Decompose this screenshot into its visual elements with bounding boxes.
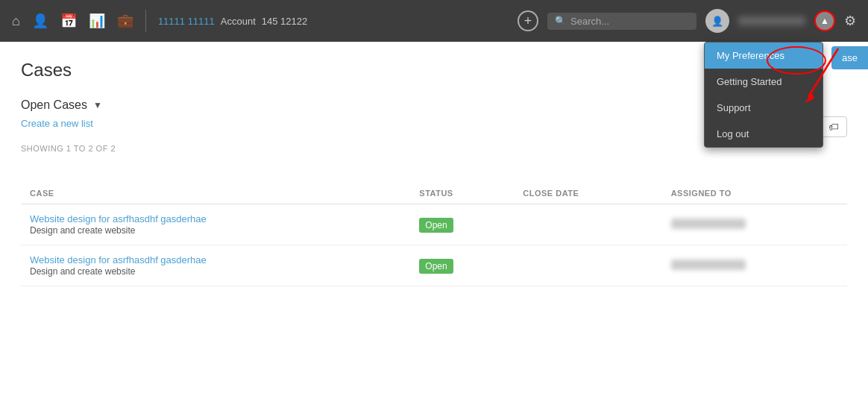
status-cell-1: Open [410, 204, 514, 245]
col-status: STATUS [410, 183, 514, 204]
close-date-cell-2 [514, 245, 661, 286]
status-badge-2: Open [419, 259, 453, 274]
account-number: 11111 11111 [158, 16, 215, 27]
avatar-icon: 👤 [711, 16, 723, 27]
case-cell-1: Website design for asrfhasdhf gasderhae … [21, 204, 410, 245]
account-label: Account [221, 16, 256, 27]
case-cell-2: Website design for asrfhasdhf gasderhae … [21, 245, 410, 286]
col-case: CASE [21, 183, 410, 204]
user-icon[interactable]: 👤 [32, 13, 48, 29]
assigned-blurred-1 [671, 219, 746, 229]
user-dropdown-menu: My Preferences Getting Started Support L… [704, 42, 823, 148]
briefcase-icon[interactable]: 💼 [117, 13, 133, 29]
chart-icon[interactable]: 📊 [89, 13, 105, 29]
home-icon[interactable]: ⌂ [12, 13, 20, 29]
user-name-blurred [738, 16, 805, 25]
top-navigation: ⌂ 👤 📅 📊 💼 11111 11111 Account 145 12122 … [0, 0, 868, 42]
tag-button[interactable]: 🏷 [820, 116, 847, 137]
col-assigned-to: ASSIGNED TO [662, 183, 847, 204]
account-info: 11111 11111 Account 145 12122 [158, 16, 307, 27]
create-list-link[interactable]: Create a new list [21, 118, 93, 129]
assigned-cell-2 [662, 245, 847, 286]
table-row: Website design for asrfhasdhf gasderhae … [21, 245, 847, 286]
search-icon: 🔍 [555, 16, 566, 26]
table-header-row: CASE STATUS CLOSE DATE ASSIGNED TO [21, 183, 847, 204]
menu-item-getting-started[interactable]: Getting Started [705, 69, 823, 95]
nav-divider [145, 10, 146, 32]
assigned-cell-1 [662, 204, 847, 245]
case-link-2[interactable]: Website design for asrfhasdhf gasderhae [30, 254, 401, 266]
menu-item-support[interactable]: Support [705, 95, 823, 121]
user-dropdown-button[interactable]: ▲ [814, 10, 835, 31]
gear-icon[interactable]: ⚙ [844, 13, 856, 29]
status-cell-2: Open [410, 245, 514, 286]
case-link-1[interactable]: Website design for asrfhasdhf gasderhae [30, 213, 401, 224]
chevron-up-icon: ▲ [820, 16, 829, 26]
nav-icons: ⌂ 👤 📅 📊 💼 [12, 13, 133, 29]
tag-icon: 🏷 [828, 121, 839, 133]
case-subtitle-2: Design and create website [30, 266, 135, 277]
user-name-area[interactable] [738, 16, 805, 25]
user-avatar[interactable]: 👤 [705, 9, 729, 33]
case-subtitle-1: Design and create website [30, 225, 135, 236]
search-bar[interactable]: 🔍 [547, 13, 696, 30]
case-number: 145 12122 [262, 16, 307, 27]
add-icon: + [524, 13, 532, 29]
assigned-blurred-2 [671, 260, 746, 270]
add-button[interactable]: + [518, 10, 538, 31]
section-title: Open Cases [21, 98, 87, 112]
close-date-cell-1 [514, 204, 661, 245]
search-input[interactable] [570, 16, 689, 27]
table-row: Website design for asrfhasdhf gasderhae … [21, 204, 847, 245]
col-close-date: CLOSE DATE [514, 183, 661, 204]
status-badge-1: Open [419, 218, 453, 233]
partial-case-button[interactable]: ase [831, 46, 868, 69]
calendar-icon[interactable]: 📅 [60, 13, 77, 29]
menu-item-preferences[interactable]: My Preferences [705, 43, 823, 69]
menu-item-logout[interactable]: Log out [705, 121, 823, 147]
cases-table: CASE STATUS CLOSE DATE ASSIGNED TO Websi… [21, 183, 847, 286]
section-dropdown-caret[interactable]: ▼ [93, 100, 102, 110]
